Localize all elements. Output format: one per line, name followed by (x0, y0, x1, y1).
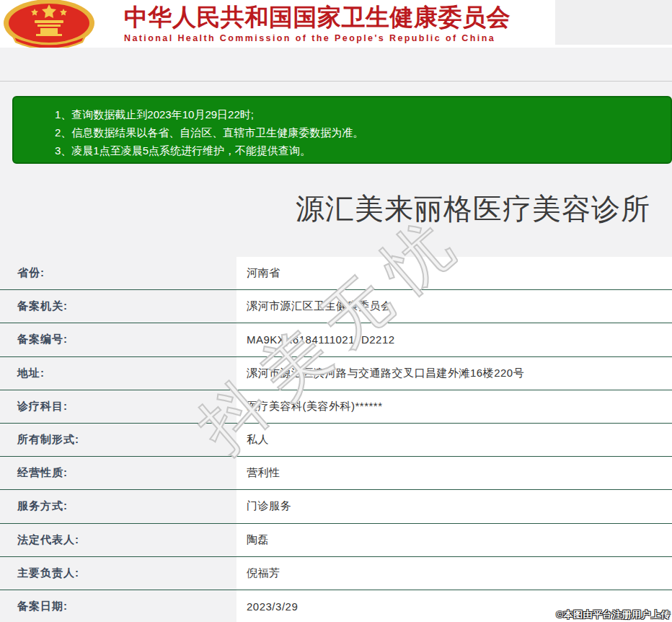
upload-credit-watermark: ©本图由平台注册用户上传 (556, 608, 671, 621)
table-row-legal-representative: 法定代表人: 陶磊 (0, 524, 672, 557)
field-label: 省份: (0, 257, 236, 289)
table-row-clinical-departments: 诊疗科目: 医疗美容科(美容外科)****** (0, 390, 672, 424)
table-row-principal: 主要负责人: 倪福芳 (0, 557, 672, 590)
field-label: 服务方式: (0, 490, 236, 522)
china-national-emblem-icon (3, 0, 97, 51)
notice-line-2: 2、信息数据结果以各省、自治区、直辖市卫生健康委数据为准。 (55, 123, 671, 141)
table-row-filing-number: 备案编号: MA9KXX61841110217D2212 (0, 323, 672, 356)
field-label: 备案编号: (0, 323, 236, 356)
agency-title-cn: 中华人民共和国国家卫生健康委员会 (124, 3, 510, 32)
field-label: 所有制形式: (0, 424, 236, 456)
field-value: 陶磊 (236, 524, 672, 556)
field-value: 营利性 (236, 457, 672, 489)
field-value: 医疗美容科(美容外科)****** (236, 390, 672, 423)
agency-title-en: National Health Commission of the People… (124, 32, 510, 44)
header-titles: 中华人民共和国国家卫生健康委员会 National Health Commiss… (124, 3, 510, 44)
field-value: 漯河市源汇区滨河路与交通路交叉口昌建外滩16楼220号 (236, 357, 672, 390)
field-label: 主要负责人: (0, 557, 236, 590)
institution-name-title: 源汇美来丽格医疗美容诊所 (296, 189, 650, 229)
table-row-province: 省份: 河南省 (0, 257, 672, 290)
field-label: 经营性质: (0, 457, 236, 489)
field-value: 倪福芳 (236, 557, 672, 590)
field-value: MA9KXX61841110217D2212 (236, 323, 672, 356)
field-label: 备案日期: (0, 590, 236, 622)
table-row-filing-authority: 备案机关: 漯河市源汇区卫生健康委员会 (0, 290, 672, 323)
table-row-service-mode: 服务方式: 门诊服务 (0, 490, 672, 523)
field-label: 诊疗科目: (0, 390, 236, 423)
table-row-address: 地址: 漯河市源汇区滨河路与交通路交叉口昌建外滩16楼220号 (0, 357, 672, 390)
notice-box: 1、查询数据截止到2023年10月29日22时; 2、信息数据结果以各省、自治区… (12, 96, 672, 164)
header-divider (0, 81, 672, 82)
field-value: 河南省 (236, 257, 672, 289)
notice-line-1: 1、查询数据截止到2023年10月29日22时; (55, 105, 671, 123)
field-label: 备案机关: (0, 290, 236, 323)
header-corner-fill (555, 0, 672, 45)
table-row-operating-nature: 经营性质: 营利性 (0, 457, 672, 490)
field-value: 漯河市源汇区卫生健康委员会 (236, 290, 672, 323)
field-label: 地址: (0, 357, 236, 390)
field-label: 法定代表人: (0, 524, 236, 556)
nhc-query-result-page: 中华人民共和国国家卫生健康委员会 National Health Commiss… (0, 0, 672, 622)
record-table: 省份: 河南省 备案机关: 漯河市源汇区卫生健康委员会 备案编号: MA9KXX… (0, 257, 672, 622)
field-value: 门诊服务 (236, 490, 672, 522)
notice-line-3: 3、凌晨1点至凌晨5点系统进行维护，不能提供查询。 (55, 141, 671, 159)
table-row-ownership-form: 所有制形式: 私人 (0, 424, 672, 457)
field-value: 私人 (236, 424, 672, 456)
site-header: 中华人民共和国国家卫生健康委员会 National Health Commiss… (0, 0, 672, 48)
